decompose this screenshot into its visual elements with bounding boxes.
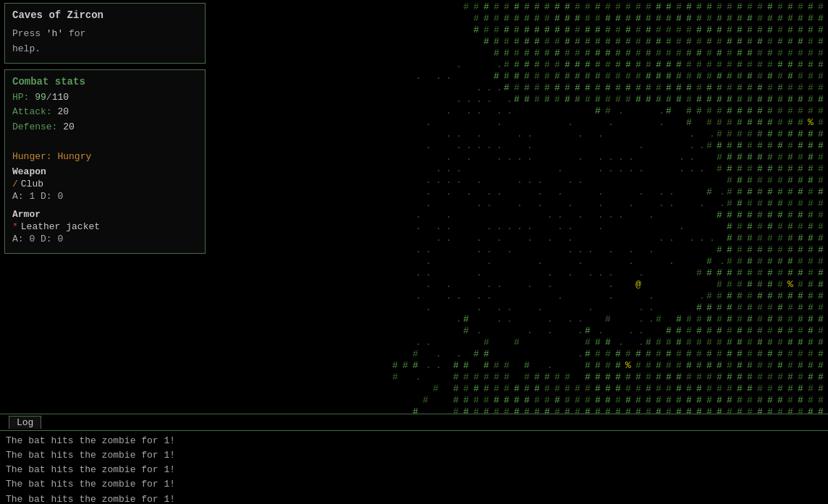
help-text: Press 'h' forhelp. [12, 27, 198, 57]
armor-stats: A: 0 D: 0 [12, 232, 198, 247]
combat-header: Combat stats [12, 76, 198, 87]
game-title: Caves of Zircon [12, 9, 198, 21]
cave-map [210, 0, 828, 414]
weapon-line: /Club [12, 179, 198, 189]
defense-value: 20 [63, 121, 75, 132]
sidebar: Caves of Zircon Press 'h' forhelp. Comba… [0, 0, 210, 414]
help-key: 'h' [46, 28, 63, 39]
log-tab[interactable]: Log [9, 416, 41, 429]
log-message: The bat hits the zombie for 1! [6, 448, 822, 463]
armor-icon: * [12, 221, 18, 232]
hp-current: 99 [35, 92, 46, 103]
combat-panel: Combat stats HP: 99/110 Attack: 20 Defen… [4, 69, 206, 254]
hunger-value: Hungry [57, 151, 91, 162]
log-message: The bat hits the zombie for 1! [6, 477, 822, 492]
weapon-icon: / [12, 179, 18, 189]
defense-label: Defense: [12, 121, 63, 132]
log-messages: The bat hits the zombie for 1!The bat hi… [0, 431, 828, 504]
game-canvas[interactable] [210, 0, 828, 414]
weapon-header: Weapon [12, 166, 198, 177]
hp-stat: HP: 99/110 [12, 90, 198, 106]
help-prefix: Press [12, 28, 46, 39]
log-message: The bat hits the zombie for 1! [6, 492, 822, 504]
armor-name: Leather jacket [21, 221, 100, 232]
title-panel: Caves of Zircon Press 'h' forhelp. [4, 3, 206, 64]
log-header: Log [0, 414, 828, 431]
log-message: The bat hits the zombie for 1! [6, 463, 822, 477]
attack-label: Attack: [12, 106, 57, 117]
attack-value: 20 [57, 106, 69, 117]
log-area: Log The bat hits the zombie for 1!The ba… [0, 414, 828, 504]
defense-stat: Defense: 20 [12, 120, 198, 135]
attack-stat: Attack: 20 [12, 105, 198, 120]
weapon-name: Club [21, 179, 43, 189]
armor-header: Armor [12, 209, 198, 220]
hunger-stat: Hunger: Hungry [12, 151, 198, 162]
hp-label: HP: [12, 92, 35, 103]
hunger-label: Hunger: [12, 151, 57, 162]
log-message: The bat hits the zombie for 1! [6, 434, 822, 448]
weapon-stats: A: 1 D: 0 [12, 189, 198, 205]
hp-sep: / [46, 92, 52, 103]
hp-max: 110 [52, 92, 69, 103]
armor-line: *Leather jacket [12, 221, 198, 232]
